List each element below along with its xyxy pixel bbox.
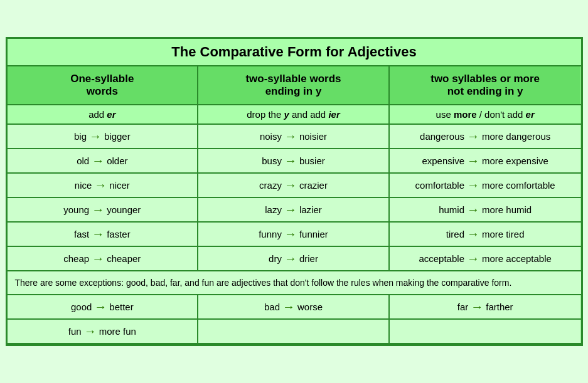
table-row: fast → faster funny → funnier tired → mo… <box>8 223 581 247</box>
cell-3-3: comfortable → more comfortable <box>390 174 581 197</box>
arrow-icon: → <box>467 154 479 168</box>
cell-5-2: funny → funnier <box>198 223 390 246</box>
rule-row: add er drop the y and add ier use more /… <box>8 105 581 125</box>
exc-cell-1-2: bad → worse <box>198 295 390 318</box>
cell-3-1: nice → nicer <box>8 174 199 197</box>
cell-5-3: tired → more tired <box>390 223 581 246</box>
cell-2-2: busy → busier <box>198 149 390 172</box>
data-rows: big → bigger noisy → noisier dangerous →… <box>8 125 581 271</box>
cell-6-2: dry → drier <box>198 247 390 270</box>
col-header-2: two-syllable wordsending in y <box>198 66 390 104</box>
arrow-icon: → <box>284 251 297 266</box>
table-row: cheap → cheaper dry → drier acceptable →… <box>8 247 581 271</box>
table-row: old → older busy → busier expensive → mo… <box>8 149 581 174</box>
cell-1-2: noisy → noisier <box>198 125 390 148</box>
arrow-icon: → <box>92 154 104 168</box>
table-row: good → better bad → worse far → farther <box>8 295 581 320</box>
arrow-icon: → <box>94 178 107 192</box>
col-header-3: two syllables or morenot ending in y <box>390 66 581 104</box>
arrow-icon: → <box>284 178 297 192</box>
cell-1-3: dangerous → more dangerous <box>390 125 581 148</box>
table-row: big → bigger noisy → noisier dangerous →… <box>8 125 581 149</box>
main-table: The Comparative Form for Adjectives One-… <box>6 37 583 346</box>
arrow-icon: → <box>89 129 102 144</box>
arrow-icon: → <box>467 251 479 266</box>
arrow-icon: → <box>284 227 297 241</box>
cell-4-2: lazy → lazier <box>198 198 390 221</box>
arrow-icon: → <box>284 202 297 217</box>
cell-4-1: young → younger <box>8 198 199 221</box>
cell-2-1: old → older <box>8 149 199 172</box>
table-row: nice → nicer crazy → crazier comfortable… <box>8 174 581 198</box>
rule-col2: drop the y and add ier <box>198 105 390 123</box>
cell-1-1: big → bigger <box>8 125 199 148</box>
cell-2-3: expensive → more expensive <box>390 149 581 172</box>
cell-6-1: cheap → cheaper <box>8 247 199 270</box>
table-title: The Comparative Form for Adjectives <box>8 39 581 66</box>
cell-5-1: fast → faster <box>8 223 199 246</box>
arrow-icon: → <box>92 202 104 217</box>
cell-3-2: crazy → crazier <box>198 174 390 197</box>
exc-cell-2-1: fun → more fun <box>8 320 199 343</box>
exceptions-note: There are some exceptions: good, bad, fa… <box>8 271 581 295</box>
cell-6-3: acceptable → more acceptable <box>390 247 581 270</box>
column-headers: One-syllablewords two-syllable wordsendi… <box>8 66 581 105</box>
arrow-icon: → <box>467 129 479 144</box>
table-row: young → younger lazy → lazier humid → mo… <box>8 198 581 223</box>
arrow-icon: → <box>467 227 479 241</box>
exc-cell-1-3: far → farther <box>390 295 581 318</box>
exc-cell-2-2 <box>198 320 390 343</box>
rule-col3: use more / don't add er <box>390 105 581 123</box>
arrow-icon: → <box>467 178 479 192</box>
arrow-icon: → <box>284 154 297 168</box>
arrow-icon: → <box>92 227 104 241</box>
rule-col1: add er <box>8 105 199 123</box>
arrow-icon: → <box>84 324 97 338</box>
table-row: fun → more fun <box>8 320 581 344</box>
exc-cell-2-3 <box>390 320 581 343</box>
arrow-icon: → <box>94 300 107 314</box>
arrow-icon: → <box>471 300 483 314</box>
arrow-icon: → <box>282 300 295 314</box>
exc-cell-1-1: good → better <box>8 295 199 318</box>
arrow-icon: → <box>284 129 297 144</box>
col-header-1: One-syllablewords <box>8 66 199 104</box>
arrow-icon: → <box>92 251 104 266</box>
arrow-icon: → <box>467 202 479 217</box>
exceptions-rows: good → better bad → worse far → farther … <box>8 295 581 344</box>
cell-4-3: humid → more humid <box>390 198 581 221</box>
